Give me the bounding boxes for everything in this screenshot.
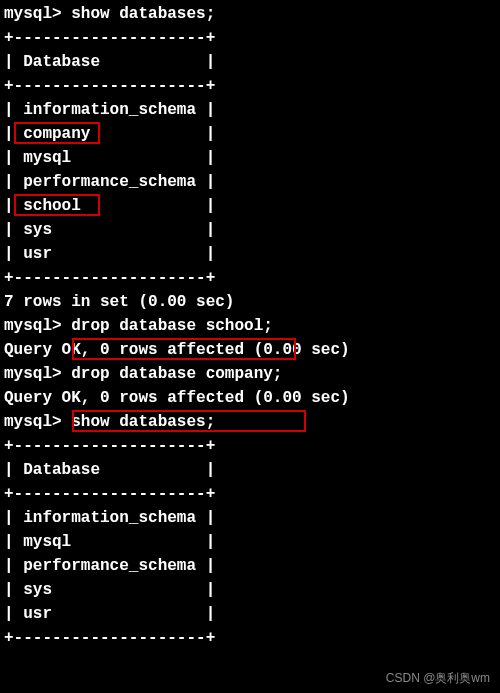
command: show databases;: [71, 5, 215, 23]
command: drop database company;: [71, 365, 282, 383]
table-border: +--------------------+: [4, 26, 496, 50]
table-row: | information_schema |: [4, 98, 496, 122]
table-row: | sys |: [4, 578, 496, 602]
command: show databases;: [71, 413, 215, 431]
table-row: | information_schema |: [4, 506, 496, 530]
table-border: +--------------------+: [4, 74, 496, 98]
prompt: mysql>: [4, 317, 62, 335]
prompt: mysql>: [4, 365, 62, 383]
terminal-line[interactable]: mysql> show databases;: [4, 410, 496, 434]
terminal-line[interactable]: mysql> drop database company;: [4, 362, 496, 386]
table-border: +--------------------+: [4, 266, 496, 290]
table-row: | school |: [4, 194, 496, 218]
table-row: | mysql |: [4, 530, 496, 554]
table-row: | company |: [4, 122, 496, 146]
result-line: Query OK, 0 rows affected (0.00 sec): [4, 338, 496, 362]
table-border: +--------------------+: [4, 482, 496, 506]
watermark: CSDN @奥利奥wm: [386, 669, 490, 687]
prompt: mysql>: [4, 5, 62, 23]
table-row: | performance_schema |: [4, 170, 496, 194]
table-header: | Database |: [4, 50, 496, 74]
table-row: | mysql |: [4, 146, 496, 170]
table-border: +--------------------+: [4, 434, 496, 458]
table-row: | performance_schema |: [4, 554, 496, 578]
table-header: | Database |: [4, 458, 496, 482]
table-row: | usr |: [4, 242, 496, 266]
command: drop database school;: [71, 317, 273, 335]
terminal-line[interactable]: mysql> drop database school;: [4, 314, 496, 338]
table-row: | usr |: [4, 602, 496, 626]
result-line: 7 rows in set (0.00 sec): [4, 290, 496, 314]
table-row: | sys |: [4, 218, 496, 242]
prompt: mysql>: [4, 413, 62, 431]
result-line: Query OK, 0 rows affected (0.00 sec): [4, 386, 496, 410]
terminal-line[interactable]: mysql> show databases;: [4, 2, 496, 26]
table-border: +--------------------+: [4, 626, 496, 650]
